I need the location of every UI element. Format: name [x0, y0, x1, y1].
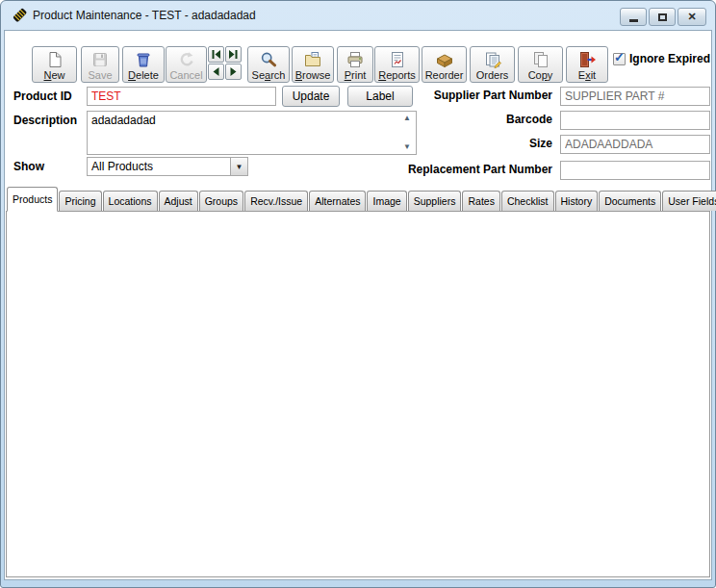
- size-label: Size: [385, 138, 552, 150]
- previous-record-icon: [210, 65, 222, 78]
- delete-button[interactable]: Delete: [122, 46, 165, 83]
- reorder-crate-icon: [435, 50, 454, 69]
- product-id-label: Product ID: [13, 90, 72, 103]
- tab-locations[interactable]: Locations: [103, 191, 158, 211]
- tab-image[interactable]: Image: [367, 191, 406, 211]
- orders-papers-icon: [483, 50, 502, 69]
- tab-suppliers[interactable]: Suppliers: [408, 191, 462, 211]
- new-page-icon: [45, 50, 64, 69]
- exit-door-icon: [577, 50, 597, 69]
- last-record-button[interactable]: [225, 46, 242, 63]
- search-icon: [259, 50, 278, 69]
- tab-adjust[interactable]: Adjust: [159, 191, 198, 211]
- reorder-button[interactable]: Reorder: [422, 46, 467, 83]
- barcode-input[interactable]: [560, 111, 710, 130]
- tab-products[interactable]: Products: [7, 187, 58, 212]
- product-maintenance-window: Product Maintenance - TEST - adadadadad …: [0, 0, 716, 588]
- supplier-part-number-input[interactable]: [560, 87, 710, 106]
- supplier-part-number-label: Supplier Part Number: [385, 89, 552, 102]
- previous-record-button[interactable]: [208, 64, 224, 80]
- last-record-icon: [227, 48, 240, 61]
- first-record-button[interactable]: [208, 46, 224, 63]
- minimize-button[interactable]: [620, 8, 647, 26]
- maximize-icon: [658, 13, 667, 21]
- tab-checklist[interactable]: Checklist: [501, 191, 554, 211]
- close-button[interactable]: ✕: [678, 8, 706, 26]
- search-button[interactable]: Search: [247, 46, 290, 83]
- check-icon: ✓: [614, 50, 625, 64]
- ignore-expired-label: Ignore Expired: [629, 53, 710, 65]
- browse-folder-icon: [303, 50, 322, 69]
- printer-icon: [345, 50, 365, 69]
- barcode-label: Barcode: [385, 114, 552, 126]
- product-id-input[interactable]: [87, 87, 276, 106]
- report-document-icon: [388, 50, 407, 69]
- size-input[interactable]: [560, 135, 710, 154]
- tab-rates[interactable]: Rates: [462, 191, 499, 211]
- show-select[interactable]: All Products ▼: [87, 157, 248, 176]
- window-title: Product Maintenance - TEST - adadadadad: [33, 9, 256, 22]
- save-button: Save: [81, 46, 119, 83]
- replacement-part-number-label: Replacement Part Number: [385, 164, 552, 176]
- tab-alternates[interactable]: Alternates: [309, 191, 366, 211]
- tab-recv-issue[interactable]: Recv./Issue: [244, 191, 308, 211]
- undo-arrow-icon: [177, 50, 196, 69]
- tab-content-panel: [6, 211, 710, 577]
- maximize-button[interactable]: [649, 8, 676, 26]
- description-textarea[interactable]: adadadadad: [87, 111, 417, 155]
- first-record-icon: [210, 48, 222, 61]
- tab-groups[interactable]: Groups: [199, 191, 243, 211]
- tab-documents[interactable]: Documents: [599, 191, 661, 211]
- copy-pages-icon: [531, 50, 550, 69]
- tab-pricing[interactable]: Pricing: [59, 191, 101, 211]
- ignore-expired-checkbox[interactable]: ✓: [613, 53, 626, 65]
- reports-button[interactable]: Reports: [374, 46, 420, 83]
- window-controls: ✕: [620, 8, 706, 26]
- tab-user-fields[interactable]: User Fields: [662, 191, 716, 211]
- tab-history[interactable]: History: [555, 191, 599, 211]
- tab-bar: Products Pricing Locations Adjust Groups…: [5, 189, 716, 212]
- trash-icon: [134, 50, 153, 69]
- save-disk-icon: [90, 50, 110, 69]
- next-record-button[interactable]: [225, 64, 242, 80]
- description-label: Description: [13, 115, 77, 127]
- replacement-part-number-input[interactable]: [560, 161, 710, 180]
- chevron-down-icon[interactable]: ▼: [230, 158, 247, 175]
- print-button[interactable]: Print: [337, 46, 373, 83]
- browse-button[interactable]: Browse: [292, 46, 334, 83]
- next-record-icon: [227, 65, 240, 78]
- cancel-button: Cancel: [166, 46, 207, 83]
- new-button[interactable]: New: [32, 46, 77, 83]
- exit-button[interactable]: Exit: [566, 46, 608, 83]
- close-icon: ✕: [687, 12, 696, 22]
- orders-button[interactable]: Orders: [470, 46, 515, 83]
- copy-button[interactable]: Copy: [518, 46, 563, 83]
- app-icon: [11, 6, 29, 24]
- update-button[interactable]: Update: [282, 86, 340, 107]
- show-label: Show: [13, 161, 44, 173]
- minimize-icon: [629, 19, 638, 22]
